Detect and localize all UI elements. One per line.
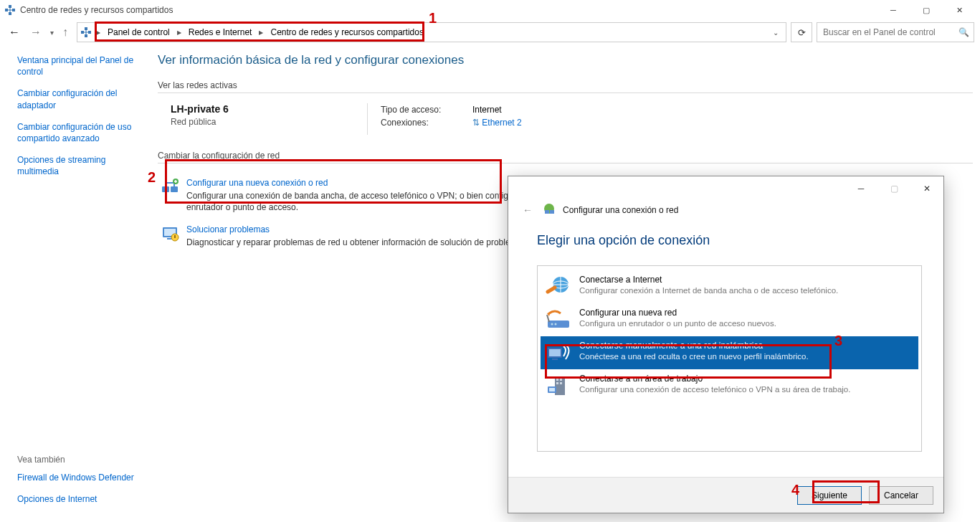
nav-back-button[interactable]: ← [7, 24, 22, 40]
sidebar-item-main-panel[interactable]: Ventana principal del Panel de control [17, 54, 145, 77]
setup-connection-icon [161, 178, 179, 196]
svg-rect-29 [556, 382, 558, 384]
network-center-icon [4, 4, 16, 16]
network-name: LH-private 6 [171, 103, 358, 115]
svg-rect-17 [550, 210, 554, 214]
connection-link[interactable]: Ethernet 2 [482, 118, 521, 128]
page-title: Ver información básica de la red y confi… [158, 53, 973, 67]
option-desc: Configurar conexión a Internet de banda … [579, 286, 838, 295]
sidebar-item-advanced-sharing[interactable]: Cambiar configuración de uso compartido … [17, 121, 145, 144]
refresh-button[interactable]: ⟳ [791, 22, 812, 42]
svg-rect-32 [549, 388, 555, 392]
breadcrumb-sep: ▶ [176, 29, 183, 36]
access-value: Internet [472, 105, 502, 115]
action-title[interactable]: Configurar una nueva conexión o red [186, 178, 559, 188]
dialog-header-title: Configurar una conexión o red [563, 205, 678, 215]
svg-rect-16 [545, 210, 549, 214]
sidebar-item-adapter-settings[interactable]: Cambiar configuración del adaptador [17, 87, 145, 110]
access-label: Tipo de acceso: [381, 105, 460, 115]
wizard-icon [543, 202, 556, 217]
action-desc: Diagnosticar y reparar problemas de red … [186, 237, 529, 248]
network-type: Red pública [171, 117, 358, 127]
network-center-icon [80, 27, 92, 38]
svg-rect-24 [549, 349, 561, 356]
option-desc: Configura un enrutador o un punto de acc… [579, 319, 776, 328]
address-bar[interactable]: ▶ Panel de control ▶ Redes e Internet ▶ … [77, 22, 786, 42]
svg-rect-28 [560, 379, 562, 381]
dialog-maximize-button: ▢ [877, 178, 910, 199]
router-icon [545, 308, 572, 332]
window-title: Centro de redes y recursos compartidos [20, 5, 173, 15]
ethernet-icon: ⇅ [472, 118, 480, 128]
svg-point-21 [551, 323, 553, 326]
troubleshoot-icon [161, 224, 179, 243]
connection-options-list: Conectarse a Internet Configurar conexió… [537, 265, 922, 452]
wireless-manual-icon [545, 341, 572, 365]
search-icon[interactable]: 🔍 [958, 27, 969, 37]
svg-rect-27 [556, 379, 558, 381]
dialog-footer: Siguiente Cancelar [508, 477, 943, 513]
address-dropdown-chevron[interactable]: ⌄ [769, 29, 783, 37]
svg-rect-25 [552, 359, 558, 360]
breadcrumb-item-0[interactable]: Panel de control [105, 26, 173, 39]
active-networks-header: Ver las redes activas [158, 80, 973, 93]
nav-up-button[interactable]: ↑ [61, 24, 70, 40]
option-connect-workplace[interactable]: Conectarse a un área de trabajo Configur… [541, 369, 918, 402]
dialog-minimize-button[interactable]: ─ [845, 178, 877, 199]
connections-label: Conexiones: [381, 118, 460, 128]
option-title: Conectarse a un área de trabajo [579, 374, 850, 384]
maximize-button[interactable]: ▢ [910, 0, 943, 20]
dialog-back-button: ← [520, 204, 536, 216]
workplace-icon [545, 374, 572, 398]
window-titlebar: Centro de redes y recursos compartidos ─… [0, 0, 980, 20]
svg-point-22 [555, 323, 557, 326]
option-manual-wireless[interactable]: Conectarse manualmente a una red inalámb… [541, 336, 918, 369]
svg-rect-30 [560, 382, 562, 384]
svg-rect-8 [162, 186, 169, 192]
wizard-dialog: ─ ▢ ✕ ← Configurar una conexión o red El… [508, 176, 944, 513]
minimize-button[interactable]: ─ [877, 0, 910, 20]
option-title: Conectarse manualmente a una red inalámb… [579, 341, 809, 351]
see-also-firewall[interactable]: Firewall de Windows Defender [17, 472, 145, 483]
search-box[interactable]: 🔍 [817, 22, 974, 42]
next-button[interactable]: Siguiente [797, 486, 862, 505]
see-also-header: Vea también [17, 455, 145, 465]
dialog-heading: Elegir una opción de conexión [537, 233, 922, 248]
option-setup-new-network[interactable]: Configurar una nueva red Configura un en… [541, 303, 918, 336]
sidebar-item-streaming-options[interactable]: Opciones de streaming multimedia [17, 154, 145, 177]
change-settings-header: Cambiar la configuración de red [158, 151, 973, 163]
globe-icon [545, 275, 572, 299]
nav-row: ← → ▾ ↑ ▶ Panel de control ▶ Redes e Int… [0, 20, 980, 44]
nav-history-chevron[interactable]: ▾ [50, 29, 54, 37]
breadcrumb-item-1[interactable]: Redes e Internet [186, 26, 255, 39]
sidebar: Ventana principal del Panel de control C… [0, 44, 151, 522]
breadcrumb-sep: ▶ [95, 29, 102, 36]
dialog-titlebar: ─ ▢ ✕ [508, 176, 943, 201]
action-desc: Configurar una conexión de banda ancha, … [186, 190, 559, 213]
close-button[interactable]: ✕ [943, 0, 976, 20]
breadcrumb-sep: ▶ [257, 29, 265, 36]
cancel-button[interactable]: Cancelar [869, 486, 933, 505]
option-desc: Configurar una conexión de acceso telefó… [579, 385, 850, 394]
option-connect-internet[interactable]: Conectarse a Internet Configurar conexió… [541, 270, 918, 303]
nav-forward-button: → [29, 24, 43, 40]
dialog-close-button[interactable]: ✕ [910, 178, 943, 199]
action-title[interactable]: Solucionar problemas [186, 224, 529, 234]
search-input[interactable] [822, 27, 958, 38]
breadcrumb-item-2[interactable]: Centro de redes y recursos compartidos [267, 26, 426, 39]
svg-rect-9 [171, 186, 178, 192]
option-title: Configurar una nueva red [579, 308, 776, 318]
active-network-row: LH-private 6 Red pública Tipo de acceso:… [158, 103, 973, 135]
option-desc: Conéctese a una red oculta o cree un nue… [579, 352, 809, 361]
option-title: Conectarse a Internet [579, 275, 838, 285]
see-also-internet-options[interactable]: Opciones de Internet [17, 493, 145, 505]
